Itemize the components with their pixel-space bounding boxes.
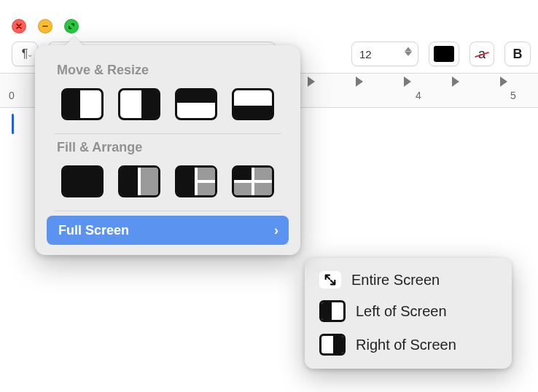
full-screen-label: Full Screen [58,223,129,238]
popover-caret [65,38,84,47]
font-size-stepper[interactable]: 12 [351,42,418,66]
close-window-button[interactable] [12,19,26,34]
color-swatch-black [434,46,454,62]
window-tile-popover: Move & Resize Fill & Arrange Full Screen… [35,45,300,255]
minimize-window-button[interactable] [38,19,52,34]
ruler-number-4: 4 [416,90,421,101]
window-controls [12,19,79,34]
ruler-number-0: 0 [9,90,15,101]
full-screen-menu-item[interactable]: Full Screen › [47,216,289,245]
section-title-fill-arrange: Fill & Arrange [41,136,295,162]
text-color-button[interactable] [429,42,459,66]
tab-stop-marker[interactable] [404,77,411,87]
full-screen-submenu: Entire Screen Left of Screen Right of Sc… [305,258,512,369]
chevron-right-icon: › [274,223,278,238]
submenu-entire-label: Entire Screen [351,272,440,289]
right-half-icon [319,334,346,356]
tab-stop-marker[interactable] [356,77,363,87]
font-size-value: 12 [359,48,372,60]
tab-stop-marker[interactable] [452,77,459,87]
arrange-left-right-button[interactable] [118,165,160,197]
paragraph-style-button[interactable]: ¶⌄ [12,42,38,66]
submenu-left-of-screen[interactable]: Left of Screen [312,294,504,328]
arrange-left-two-right-button[interactable] [175,165,217,197]
tab-stop-marker[interactable] [308,77,315,87]
ruler-number-5: 5 [510,90,516,101]
move-resize-row [41,85,295,132]
fill-screen-button[interactable] [61,165,104,197]
bold-button[interactable]: B [504,42,531,66]
fill-arrange-row [41,162,295,209]
fullscreen-window-button[interactable] [64,19,79,34]
text-cursor [12,114,14,134]
submenu-right-of-screen[interactable]: Right of Screen [312,328,504,361]
move-left-half-button[interactable] [61,88,104,120]
divider [54,133,281,134]
tab-stop-marker[interactable] [500,77,507,87]
submenu-left-label: Left of Screen [356,303,447,320]
move-right-half-button[interactable] [118,88,160,120]
divider [54,211,281,211]
move-top-half-button[interactable] [175,88,217,120]
move-bottom-half-button[interactable] [232,88,274,120]
submenu-entire-screen[interactable]: Entire Screen [312,265,504,294]
bold-glyph: B [513,47,523,62]
submenu-right-label: Right of Screen [356,337,456,353]
left-half-icon [319,300,346,322]
arrange-quarters-button[interactable] [232,165,274,197]
expand-arrows-icon [319,271,341,289]
section-title-move-resize: Move & Resize [41,58,295,85]
strikethrough-color-button[interactable]: a [469,42,494,66]
strike-a-glyph: a [478,47,486,62]
